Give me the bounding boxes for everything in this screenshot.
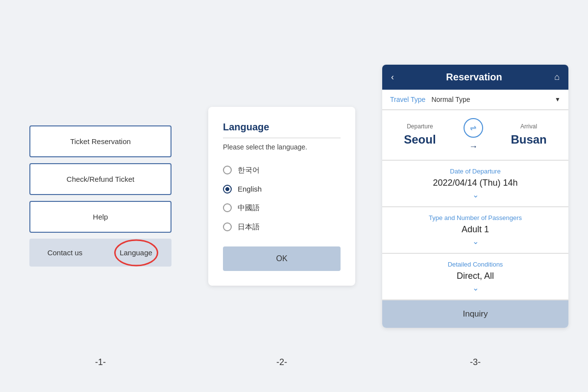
passengers-label: Type and Number of Passengers: [390, 214, 561, 221]
inquiry-button[interactable]: Inquiry: [382, 300, 568, 328]
departure-date-section[interactable]: Date of Departure 2022/04/14 (Thu) 14h ⌄: [382, 161, 568, 207]
language-label-english: English: [238, 185, 262, 193]
dropdown-arrow-icon: ▼: [555, 96, 561, 103]
arrival-city: Busan: [511, 133, 546, 147]
arrival-side: Arrival Busan: [511, 123, 546, 147]
language-label-japanese: 日本語: [238, 222, 260, 232]
language-option-chinese[interactable]: 中國語: [223, 198, 341, 218]
language-option-japanese[interactable]: 日本語: [223, 218, 341, 237]
check-refund-button[interactable]: Check/Refund Ticket: [29, 163, 172, 195]
help-button[interactable]: Help: [29, 201, 172, 233]
travel-type-select[interactable]: Normal Type: [431, 96, 549, 103]
panel-3: ‹ Reservation ⌂ Travel Type Normal Type …: [372, 10, 578, 382]
menu-buttons: Ticket Reservation Check/Refund Ticket H…: [29, 125, 172, 267]
departure-date-value: 2022/04/14 (Thu) 14h: [390, 178, 561, 188]
language-option-english[interactable]: English: [223, 180, 341, 198]
bottom-buttons: Contact us Language: [29, 239, 172, 267]
reservation-header: ‹ Reservation ⌂: [382, 65, 568, 90]
swap-icon: ⇌: [470, 123, 476, 132]
reservation-panel: ‹ Reservation ⌂ Travel Type Normal Type …: [382, 65, 568, 328]
travel-type-row: Travel Type Normal Type ▼: [382, 90, 568, 110]
passengers-chevron: ⌄: [390, 237, 561, 246]
radio-japanese: [223, 222, 232, 231]
ok-button[interactable]: OK: [223, 246, 341, 271]
panel-1: Ticket Reservation Check/Refund Ticket H…: [10, 10, 191, 382]
departure-city: Seoul: [404, 133, 436, 147]
language-dialog-title: Language: [223, 122, 341, 138]
panel-3-label: -3-: [470, 357, 481, 368]
language-dialog-subtitle: Please select the language.: [223, 143, 341, 151]
ticket-reservation-button[interactable]: Ticket Reservation: [29, 125, 172, 157]
route-section: Departure Seoul ⇌ → Arrival Busan: [382, 110, 568, 160]
departure-date-label: Date of Departure: [390, 168, 561, 175]
home-button[interactable]: ⌂: [554, 72, 560, 82]
travel-type-label: Travel Type: [390, 96, 425, 103]
reservation-body: Travel Type Normal Type ▼ Departure Seou…: [382, 90, 568, 328]
reservation-title: Reservation: [394, 72, 554, 83]
conditions-value: Direct, All: [390, 271, 561, 281]
conditions-chevron: ⌄: [390, 283, 561, 293]
language-label-korean: 한국어: [238, 166, 260, 175]
panel-2-label: -2-: [276, 357, 287, 368]
language-label-chinese: 中國語: [238, 203, 260, 213]
conditions-label: Detailed Conditions: [390, 261, 561, 268]
swap-route-button[interactable]: ⇌: [464, 118, 483, 138]
departure-side: Departure Seoul: [404, 123, 436, 147]
radio-korean: [223, 166, 232, 174]
language-dialog: Language Please select the language. 한국어…: [208, 107, 355, 286]
departure-date-chevron: ⌄: [390, 190, 561, 199]
radio-english: [223, 185, 232, 194]
contact-us-button[interactable]: Contact us: [29, 239, 100, 267]
arrival-label: Arrival: [511, 123, 546, 130]
panel-1-label: -1-: [95, 357, 106, 368]
passengers-section[interactable]: Type and Number of Passengers Adult 1 ⌄: [382, 207, 568, 253]
language-button[interactable]: Language: [100, 239, 172, 267]
arrow-right-icon: →: [469, 142, 478, 152]
passengers-value: Adult 1: [390, 224, 561, 235]
departure-label: Departure: [404, 123, 436, 130]
conditions-section[interactable]: Detailed Conditions Direct, All ⌄: [382, 254, 568, 300]
language-option-korean[interactable]: 한국어: [223, 161, 341, 180]
panel-2: Language Please select the language. 한국어…: [191, 10, 372, 382]
radio-chinese: [223, 203, 232, 212]
